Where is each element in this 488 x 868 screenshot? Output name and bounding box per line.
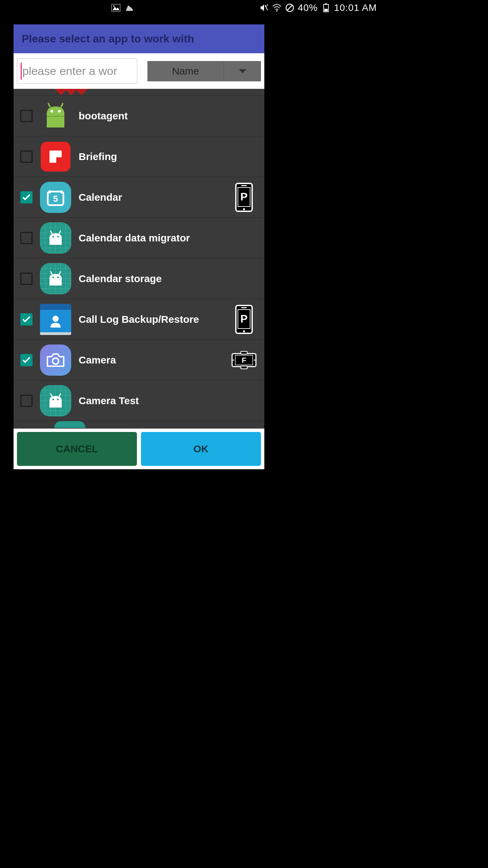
svg-point-26 <box>243 208 245 210</box>
search-input[interactable]: please enter a wor <box>105 58 137 84</box>
app-list[interactable]: bootagent Briefing 5 Calendar <box>105 89 264 429</box>
battery-icon <box>321 3 331 13</box>
list-item-partial <box>105 89 264 96</box>
svg-text:F: F <box>242 356 246 364</box>
filter-bar: please enter a wor Name <box>105 53 264 89</box>
sort-selected: Name <box>147 65 224 77</box>
list-item[interactable]: bootagent <box>105 96 264 136</box>
dialog-footer: CANCEL OK <box>105 429 264 469</box>
svg-rect-41 <box>241 307 247 308</box>
ok-button[interactable]: OK <box>141 432 261 466</box>
list-item[interactable]: Calendar data migrator <box>105 218 264 258</box>
svg-marker-1 <box>113 7 119 10</box>
phone-badge-f-landscape: F <box>230 345 258 375</box>
list-item[interactable]: Calendar storage <box>105 258 264 299</box>
svg-point-6 <box>276 10 278 12</box>
svg-text:P: P <box>240 313 247 325</box>
list-item[interactable]: Call Log Backup/Restore P <box>105 299 264 340</box>
list-item[interactable]: 5 Calendar P <box>105 177 264 218</box>
svg-text:P: P <box>240 191 247 203</box>
no-sim-icon <box>285 3 294 13</box>
gallery-icon <box>111 3 121 13</box>
list-item[interactable]: Camera Test <box>105 380 264 421</box>
svg-line-8 <box>287 5 292 11</box>
svg-point-2 <box>113 5 115 7</box>
svg-rect-27 <box>241 185 247 186</box>
app-name: Call Log Backup/Restore <box>105 314 224 325</box>
cancel-button[interactable]: CANCEL <box>105 432 137 466</box>
app-name: Calendar data migrator <box>105 232 258 244</box>
svg-rect-49 <box>241 351 247 354</box>
search-placeholder: please enter a wor <box>105 64 117 78</box>
svg-rect-0 <box>111 4 120 12</box>
mute-vibrate-icon <box>259 3 269 13</box>
app-name: bootagent <box>105 110 258 122</box>
chevron-down-icon <box>224 61 261 81</box>
svg-marker-12 <box>239 69 246 73</box>
dialog-header: Please select an app to work with <box>105 24 264 53</box>
list-item[interactable]: Briefing <box>105 136 264 177</box>
battery-pct: 40% <box>298 2 318 13</box>
status-bar: 40% 10:01 AM <box>105 0 383 15</box>
svg-point-47 <box>254 359 255 361</box>
phone-badge-p: P <box>230 182 258 213</box>
sort-dropdown[interactable]: Name <box>147 61 261 81</box>
phone-badge-p: P <box>230 304 258 335</box>
app-name: Camera Test <box>105 395 258 407</box>
app-name: Calendar <box>105 192 224 203</box>
svg-point-46 <box>233 359 234 361</box>
app-name: Briefing <box>105 151 258 162</box>
svg-point-40 <box>243 330 245 332</box>
wifi-icon <box>272 3 282 13</box>
dialog: Please select an app to work with please… <box>105 24 264 469</box>
app-name: Camera <box>105 354 224 366</box>
shoe-icon <box>125 3 134 13</box>
dialog-title: Please select an app to work with <box>105 33 194 45</box>
list-item[interactable]: Camera F <box>105 340 264 380</box>
svg-rect-50 <box>241 366 247 369</box>
svg-rect-11 <box>324 9 328 11</box>
app-name: Calendar storage <box>105 273 258 284</box>
clock: 10:01 AM <box>334 2 377 13</box>
